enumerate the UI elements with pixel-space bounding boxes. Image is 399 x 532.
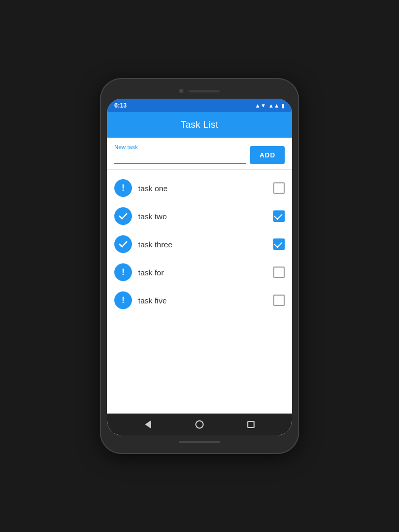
task-list: !task onetask twotask three!task for!tas… (107, 170, 292, 414)
task-item: !task for (107, 258, 292, 286)
bottom-chin (107, 437, 292, 447)
task-input-label: New task (114, 144, 246, 150)
task-item: task three (107, 230, 292, 258)
back-icon (145, 420, 151, 429)
task-item: task two (107, 202, 292, 230)
task-checkbox[interactable] (273, 267, 285, 278)
add-button[interactable]: ADD (250, 146, 285, 164)
phone-device: 6:13 ▲▼ ▲▲ ▮ Task List New task ADD !tas… (101, 79, 298, 453)
task-check-icon (114, 207, 132, 225)
status-time: 6:13 (114, 102, 127, 109)
task-item: !task one (107, 174, 292, 202)
input-area: New task ADD (107, 138, 292, 170)
status-bar: 6:13 ▲▼ ▲▲ ▮ (107, 99, 292, 112)
task-checkbox[interactable] (273, 295, 285, 306)
task-checkbox[interactable] (273, 238, 285, 250)
battery-icon: ▮ (282, 102, 285, 109)
task-input-wrapper: New task (114, 144, 246, 164)
phone-screen: 6:13 ▲▼ ▲▲ ▮ Task List New task ADD !tas… (107, 99, 292, 435)
bottom-bar (179, 441, 220, 443)
task-label: task one (138, 184, 267, 193)
camera-dot (179, 89, 183, 93)
speaker-grille (189, 90, 220, 92)
task-exclamation-icon: ! (114, 179, 132, 197)
task-checkbox[interactable] (273, 210, 285, 222)
status-icons: ▲▼ ▲▲ ▮ (255, 102, 285, 109)
wifi-icon: ▲▼ (255, 102, 266, 109)
task-exclamation-icon: ! (114, 263, 132, 281)
home-icon (195, 420, 204, 429)
home-button[interactable] (191, 416, 208, 433)
task-label: task two (138, 212, 267, 221)
task-exclamation-icon: ! (114, 291, 132, 309)
task-label: task three (138, 240, 267, 249)
task-checkbox[interactable] (273, 182, 285, 194)
task-label: task five (138, 296, 267, 305)
task-input[interactable] (114, 152, 246, 164)
nav-bar (107, 414, 292, 435)
recents-button[interactable] (243, 416, 259, 433)
app-title: Task List (181, 119, 219, 130)
camera-area (107, 85, 292, 97)
task-check-icon (114, 235, 132, 253)
app-bar: Task List (107, 112, 292, 138)
task-label: task for (138, 268, 267, 277)
task-item: !task five (107, 286, 292, 314)
signal-icon: ▲▲ (268, 102, 280, 109)
back-button[interactable] (140, 416, 156, 433)
recents-icon (247, 421, 255, 428)
